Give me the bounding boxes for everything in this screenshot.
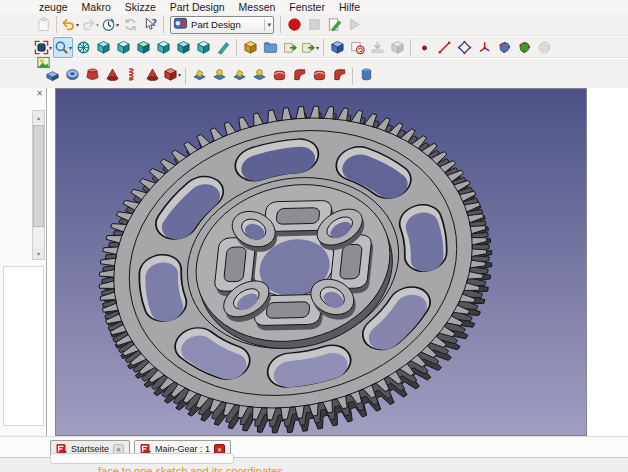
revolve-icon [65,67,80,82]
menu-makro[interactable]: Makro [76,1,119,13]
cube2-icon [156,40,171,55]
helix-icon [125,67,140,82]
thickness-button[interactable] [329,64,349,85]
view-isometric-button[interactable] [93,37,113,58]
primitive-cylinder-button[interactable] [356,64,376,85]
round-red2-icon [292,67,307,82]
sphere-icon [537,40,552,55]
scroll-down-icon[interactable]: ▾ [33,247,44,259]
redo-button[interactable]: ▾ [80,14,100,35]
measure-button[interactable] [213,37,233,58]
panel-close-icon[interactable]: ✕ [36,89,43,98]
record-icon [287,17,302,32]
toolbar-separator [352,68,353,85]
zoom-tool-button[interactable]: ▾ [53,37,73,58]
macro-record-button[interactable] [284,14,304,35]
workbench-selector-value: Part Design [191,19,260,30]
toolbar-separator [56,16,57,33]
import-button[interactable] [367,37,387,58]
clipboard-icon [36,17,51,32]
datum-point-button[interactable] [414,37,434,58]
refresh-button[interactable] [120,14,140,35]
round-red-icon [312,67,327,82]
round-red-icon [272,67,287,82]
camera-box-button[interactable] [387,37,407,58]
datum-plane-button[interactable] [454,37,474,58]
dropdown-caret-icon: ▾ [316,44,319,51]
view-front-button[interactable] [113,37,133,58]
menu-messen[interactable]: Messen [233,1,284,13]
axis-icon [477,40,492,55]
status-bar: face to one sketch and its coordinates [0,457,628,472]
groove-button[interactable] [229,64,249,85]
export-button[interactable] [280,37,300,58]
macro-timer-button[interactable]: ▾ [100,14,120,35]
fillet-button[interactable] [269,64,289,85]
box-badge-icon [350,40,365,55]
panel-body [3,266,44,426]
view-right-button[interactable] [153,37,173,58]
cube-icon [96,40,111,55]
box-yellow-icon [243,40,258,55]
workbench-selector[interactable]: Part Design▾ [170,16,274,34]
hole-button[interactable] [209,64,229,85]
open-folder-button[interactable] [260,37,280,58]
macro-play-button[interactable] [344,14,364,35]
3d-viewport[interactable] [55,88,587,436]
reload-part-button[interactable] [347,37,367,58]
view-rear-button[interactable] [173,37,193,58]
draft-button[interactable] [309,64,329,85]
dot-icon [417,40,432,55]
view-top-button[interactable] [133,37,153,58]
cone-icon [145,67,160,82]
menu-hilfe[interactable]: Hilfe [333,1,368,13]
pocket-button[interactable] [189,64,209,85]
undo-button[interactable]: ▾ [60,14,80,35]
cube-red-icon [163,67,178,82]
macro-edit-button[interactable] [324,14,344,35]
shape-binder-button[interactable] [494,37,514,58]
menu-fenster[interactable]: Fenster [283,1,333,13]
subshape-binder-button[interactable] [514,37,534,58]
toolbar-separator [236,39,237,56]
additive-cone-button[interactable] [142,64,162,85]
scroll-up-icon[interactable]: ▴ [33,111,44,123]
toolbar-separator [163,16,164,33]
menu-zeuge[interactable]: zeuge [33,1,76,13]
view-bottom-button[interactable] [193,37,213,58]
local-cs-button[interactable] [474,37,494,58]
gear-model [56,89,588,438]
revolution-button[interactable] [62,64,82,85]
toolbar-separator [280,16,281,33]
toolbar-separator [410,39,411,56]
macro-stop-button[interactable] [304,14,324,35]
diamond-icon [457,40,472,55]
cube3-icon [176,40,191,55]
status-field [50,453,234,464]
part-blue-button[interactable] [327,37,347,58]
image-plane-button[interactable] [33,52,53,73]
draw-style-button[interactable] [73,37,93,58]
dropdown-caret-icon: ▾ [116,21,119,28]
additive-helix-button[interactable] [122,64,142,85]
datum-line-button[interactable] [434,37,454,58]
cube3-icon [136,40,151,55]
panel-scrollbar[interactable]: ▴ ▾ [32,110,45,260]
scrollbar-thumb[interactable] [33,125,44,227]
blob-blue-icon [497,40,512,55]
pocket-icon [232,67,247,82]
clone-button[interactable] [534,37,554,58]
whats-this-button[interactable]: ? [140,14,160,35]
menu-skizze[interactable]: Skizze [119,1,164,13]
subtractive-pipe-button[interactable] [249,64,269,85]
cube2-icon [116,40,131,55]
part-export-yellow-button[interactable] [240,37,260,58]
dropdown-caret-icon: ▾ [76,21,79,28]
paste-button[interactable] [33,14,53,35]
primitive-additive-button[interactable]: ▾ [162,64,182,85]
chamfer-button[interactable] [289,64,309,85]
menu-part-design[interactable]: Part Design [164,1,233,13]
export-alt-button[interactable]: ▾ [300,37,320,58]
additive-pipe-button[interactable] [102,64,122,85]
additive-loft-button[interactable] [82,64,102,85]
